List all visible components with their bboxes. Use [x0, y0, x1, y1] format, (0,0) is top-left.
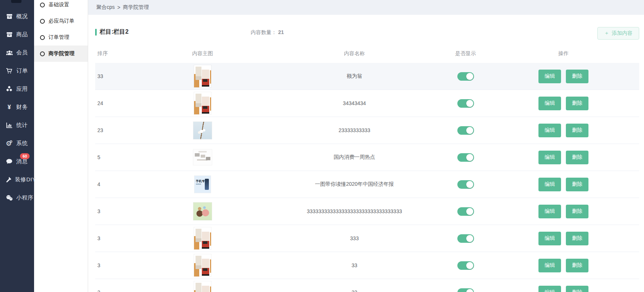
- content-name: 国内消费一周热点: [266, 154, 443, 161]
- sidebar-item-label: 财务: [16, 104, 28, 111]
- visibility-toggle[interactable]: [457, 126, 474, 135]
- toggle-knob: [466, 262, 473, 269]
- edit-button[interactable]: 编辑: [538, 178, 561, 191]
- edit-button[interactable]: 编辑: [538, 151, 561, 164]
- visibility-toggle[interactable]: [457, 72, 474, 81]
- sidebar-item-label: 订单: [16, 67, 28, 74]
- sidebar-item-label: 小程序: [16, 194, 34, 201]
- edit-button[interactable]: 编辑: [538, 124, 561, 137]
- sidebar-item-11[interactable]: 小程序: [0, 189, 34, 207]
- plus-icon: ＋: [604, 30, 609, 37]
- sidebar-item-7[interactable]: 统计: [0, 116, 34, 134]
- circle-icon: [40, 51, 45, 56]
- delete-button[interactable]: 删除: [566, 286, 588, 292]
- visibility-toggle[interactable]: [457, 288, 474, 292]
- thumbnail-image: [194, 227, 211, 249]
- edit-button[interactable]: 编辑: [538, 205, 561, 218]
- delete-button[interactable]: 删除: [566, 232, 588, 245]
- column-header: 内容名称: [266, 50, 443, 57]
- cubes-icon: [5, 86, 13, 92]
- edit-button[interactable]: 编辑: [538, 259, 561, 272]
- thumbnail-image: [193, 150, 212, 165]
- sort-value: 4: [95, 181, 140, 187]
- delete-button[interactable]: 删除: [566, 151, 588, 164]
- submenu-item-label: 基础设置: [49, 1, 69, 8]
- sidebar-item-8[interactable]: ⚙⚙系统: [0, 134, 34, 152]
- submenu-item-4[interactable]: 商学院管理: [34, 46, 88, 62]
- column-header: 操作: [488, 50, 639, 57]
- sidebar-item-4[interactable]: 订单: [0, 62, 34, 80]
- breadcrumb-current: 商学院管理: [123, 4, 149, 11]
- table-row: 3333333333333333333333333333333333编辑删除: [95, 198, 639, 225]
- thumbnail-image: [194, 281, 211, 292]
- content-count: 内容数量：21: [251, 29, 284, 36]
- thumbnail-image: [194, 92, 211, 114]
- visibility-toggle[interactable]: [457, 180, 474, 189]
- table-row: 333编辑删除: [95, 252, 639, 279]
- sidebar-item-label: 装修DIY: [15, 176, 36, 183]
- table-row: 5国内消费一周热点编辑删除: [95, 144, 639, 171]
- toggle-knob: [466, 127, 473, 134]
- table-row: 4手机专区一图带你读懂2020年中国经济年报编辑删除: [95, 171, 639, 198]
- circle-icon: [40, 3, 45, 7]
- yen-icon: ¥: [5, 104, 13, 111]
- sidebar-item-9[interactable]: 消息60: [0, 152, 34, 171]
- toggle-knob: [466, 208, 473, 215]
- sort-value: 23: [95, 127, 140, 133]
- sidebar-item-10[interactable]: 装修DIY: [0, 171, 34, 189]
- main-nav: 概况商品会员订单应用¥财务统计⚙⚙系统消息60装修DIY小程序: [0, 0, 34, 207]
- delete-button[interactable]: 删除: [566, 70, 588, 83]
- delete-button[interactable]: 删除: [566, 178, 588, 191]
- table-header-row: 排序内容主图内容名称是否显示操作: [95, 44, 639, 63]
- main-content: 聚合cps > 商学院管理 栏目:栏目2 内容数量：21 ＋ 添加内容 排序内容…: [88, 0, 644, 292]
- table-row: 2434343434编辑删除: [95, 90, 639, 117]
- wechat-icon: [5, 195, 13, 201]
- thumbnail-image: 手机专区: [194, 176, 211, 193]
- sidebar-item-5[interactable]: 应用: [0, 80, 34, 98]
- column-header: 排序: [95, 50, 140, 57]
- title-accent-bar: [95, 29, 97, 36]
- delete-button[interactable]: 删除: [566, 259, 588, 272]
- content-name: 333333333333333333333333333333333: [266, 208, 443, 214]
- content-name: 23333333333: [266, 127, 443, 133]
- edit-button[interactable]: 编辑: [538, 70, 561, 83]
- content-name: 33: [266, 289, 443, 292]
- edit-button[interactable]: 编辑: [538, 286, 561, 292]
- add-content-button[interactable]: ＋ 添加内容: [597, 27, 639, 40]
- toggle-knob: [466, 100, 473, 107]
- visibility-toggle[interactable]: [457, 261, 474, 270]
- edit-button[interactable]: 编辑: [538, 97, 561, 110]
- content-name: 333: [266, 235, 443, 241]
- sort-value: 33: [95, 73, 140, 79]
- toggle-knob: [466, 289, 473, 292]
- page-title: 栏目:栏目2: [100, 28, 129, 36]
- delete-button[interactable]: 删除: [566, 205, 588, 218]
- chart-icon: [5, 122, 13, 128]
- submenu-item-1[interactable]: 基础设置: [34, 0, 88, 13]
- toggle-knob: [466, 73, 473, 80]
- edit-button[interactable]: 编辑: [538, 232, 561, 245]
- sidebar-item-3[interactable]: 会员: [0, 44, 34, 62]
- sidebar-item-2[interactable]: 商品: [0, 26, 34, 44]
- visibility-toggle[interactable]: [457, 207, 474, 216]
- submenu-item-2[interactable]: 必应鸟订单: [34, 13, 88, 29]
- visibility-toggle[interactable]: [457, 153, 474, 162]
- gears-icon: ⚙⚙: [5, 140, 13, 147]
- table-row: 3333编辑删除: [95, 225, 639, 252]
- circle-icon: [40, 35, 45, 40]
- panel: 栏目:栏目2 内容数量：21 ＋ 添加内容 排序内容主图内容名称是否显示操作 3…: [88, 15, 644, 292]
- submenu-item-3[interactable]: 订单管理: [34, 29, 88, 46]
- breadcrumb-root[interactable]: 聚合cps: [96, 4, 115, 11]
- sidebar-item-6[interactable]: ¥财务: [0, 98, 34, 116]
- table-row: 333编辑删除: [95, 279, 639, 292]
- table-body: 33额为翁编辑删除2434343434编辑删除2323333333333编辑删除…: [95, 63, 639, 292]
- comment-icon: [5, 158, 13, 165]
- delete-button[interactable]: 删除: [566, 124, 588, 137]
- visibility-toggle[interactable]: [457, 234, 474, 243]
- visibility-toggle[interactable]: [457, 99, 474, 108]
- delete-button[interactable]: 删除: [566, 97, 588, 110]
- toggle-knob: [466, 235, 473, 242]
- thumbnail-image: [193, 202, 212, 220]
- sidebar-item-1[interactable]: 概况: [0, 7, 34, 26]
- thumbnail-image: [194, 65, 211, 87]
